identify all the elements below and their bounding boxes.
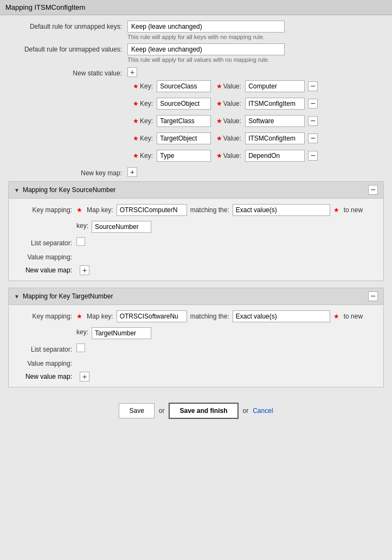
required-star: ★ — [76, 313, 82, 320]
remove-mapping-block-button[interactable]: − — [368, 185, 378, 195]
map-key-label: Map key: — [87, 313, 113, 320]
list-separator-row: List separator: — [17, 237, 375, 247]
list-separator-checkbox[interactable] — [76, 343, 85, 352]
key-label: Key: — [140, 152, 153, 160]
remove-static-value-button[interactable]: − — [308, 116, 318, 126]
static-value-input[interactable] — [245, 80, 305, 92]
mapping-block-title: Mapping for Key SourceNumber — [23, 186, 115, 194]
static-key-input[interactable] — [157, 132, 211, 144]
new-key-row: key: — [76, 325, 375, 339]
static-value-input[interactable] — [245, 132, 305, 144]
static-key-input[interactable] — [157, 80, 211, 92]
list-separator-label: List separator: — [17, 343, 76, 353]
unmapped-values-label: Default rule for unmapped values: — [8, 43, 127, 53]
static-value-input[interactable] — [245, 150, 305, 162]
new-key-label: key: — [76, 222, 88, 230]
list-separator-label: List separator: — [17, 237, 76, 247]
matching-input[interactable] — [233, 204, 330, 216]
add-static-value-button[interactable]: + — [127, 67, 137, 77]
static-values-container: ★ Key: ★ Value: − ★ Key: ★ Value: − ★ Ke… — [8, 80, 384, 162]
required-star: ★ — [133, 117, 139, 125]
map-key-row: ★ Map key: matching the: ★ to new — [76, 310, 375, 322]
remove-mapping-block-button[interactable]: − — [368, 291, 378, 301]
list-separator-fields — [76, 343, 375, 352]
key-mapping-row: Key mapping: ★ Map key: matching the: ★ … — [17, 310, 375, 339]
remove-static-value-button[interactable]: − — [308, 151, 318, 161]
map-key-input[interactable] — [117, 310, 187, 322]
remove-static-value-button[interactable]: − — [308, 81, 318, 91]
static-value-row: ★ Key: ★ Value: − — [133, 150, 384, 162]
page-title: Mapping ITSMConfigItem — [0, 0, 392, 15]
required-star: ★ — [216, 100, 222, 107]
add-value-map-button[interactable]: + — [80, 265, 89, 275]
unmapped-values-input[interactable] — [127, 43, 285, 55]
static-key-input[interactable] — [157, 150, 211, 162]
required-star-2: ★ — [333, 313, 339, 320]
save-button[interactable]: Save — [119, 403, 154, 418]
new-static-value-label: New static value: — [8, 67, 127, 77]
required-star: ★ — [216, 117, 222, 125]
unmapped-keys-hint: This rule will apply for all keys with n… — [127, 34, 384, 40]
value-label: Value: — [223, 100, 241, 107]
matching-input[interactable] — [233, 310, 330, 322]
key-mapping-row: Key mapping: ★ Map key: matching the: ★ … — [17, 204, 375, 233]
new-value-map-row: New value map: + — [17, 265, 375, 275]
footer: Save or Save and finish or Cancel — [8, 394, 384, 430]
cancel-button[interactable]: Cancel — [253, 407, 273, 415]
static-value-row: ★ Key: ★ Value: − — [133, 132, 384, 144]
remove-static-value-button[interactable]: − — [308, 99, 318, 109]
mapping-block-header: ▼ Mapping for Key SourceNumber − — [9, 182, 383, 199]
mapping-block: ▼ Mapping for Key SourceNumber − Key map… — [8, 181, 384, 281]
new-key-input[interactable] — [92, 221, 151, 233]
key-label: Key: — [140, 135, 153, 142]
new-value-map-row: New value map: + — [17, 372, 375, 381]
value-label: Value: — [223, 135, 241, 142]
list-separator-row: List separator: — [17, 343, 375, 353]
static-value-input[interactable] — [245, 115, 305, 127]
required-star: ★ — [216, 135, 222, 142]
new-value-map-label: New value map: — [17, 373, 76, 380]
unmapped-values-hint: This rule will apply for all values with… — [127, 56, 384, 63]
list-separator-fields — [76, 237, 375, 246]
static-value-row: ★ Key: ★ Value: − — [133, 115, 384, 127]
static-key-input[interactable] — [157, 98, 211, 110]
or-text-1: or — [159, 407, 165, 415]
required-star: ★ — [133, 135, 139, 142]
value-mapping-row: Value mapping: — [17, 358, 375, 367]
add-value-map-button[interactable]: + — [80, 372, 89, 381]
collapse-icon[interactable]: ▼ — [14, 294, 20, 300]
new-key-label: key: — [76, 328, 88, 336]
required-star-2: ★ — [333, 206, 339, 214]
required-star: ★ — [133, 100, 139, 107]
value-mapping-row: Value mapping: — [17, 251, 375, 261]
key-label: Key: — [140, 82, 153, 90]
collapse-icon[interactable]: ▼ — [14, 187, 20, 193]
remove-static-value-button[interactable]: − — [308, 133, 318, 143]
unmapped-keys-label: Default rule for unmapped keys: — [8, 21, 127, 30]
map-key-input[interactable] — [117, 204, 187, 216]
static-value-input[interactable] — [245, 98, 305, 110]
new-key-map-label: New key map: — [8, 167, 127, 177]
list-separator-checkbox[interactable] — [76, 237, 85, 246]
value-label: Value: — [223, 152, 241, 160]
required-star: ★ — [133, 82, 139, 90]
required-star: ★ — [216, 152, 222, 160]
map-key-label: Map key: — [87, 206, 113, 214]
mapping-block-title: Mapping for Key TargetNumber — [23, 292, 113, 300]
save-and-finish-button[interactable]: Save and finish — [169, 403, 238, 419]
static-value-row: ★ Key: ★ Value: − — [133, 80, 384, 92]
key-mapping-label: Key mapping: — [17, 310, 76, 320]
new-key-row: key: — [76, 219, 375, 233]
mapping-block-body: Key mapping: ★ Map key: matching the: ★ … — [9, 305, 383, 387]
static-key-input[interactable] — [157, 115, 211, 127]
new-key-input[interactable] — [92, 327, 151, 339]
key-mapping-fields: ★ Map key: matching the: ★ to new key: — [76, 204, 375, 233]
value-label: Value: — [223, 82, 241, 90]
value-label: Value: — [223, 117, 241, 125]
key-label: Key: — [140, 100, 153, 107]
add-key-map-button[interactable]: + — [127, 167, 137, 177]
unmapped-keys-input[interactable] — [127, 21, 285, 33]
mapping-block-header: ▼ Mapping for Key TargetNumber − — [9, 288, 383, 305]
required-star: ★ — [76, 206, 82, 214]
mapping-block-body: Key mapping: ★ Map key: matching the: ★ … — [9, 199, 383, 281]
